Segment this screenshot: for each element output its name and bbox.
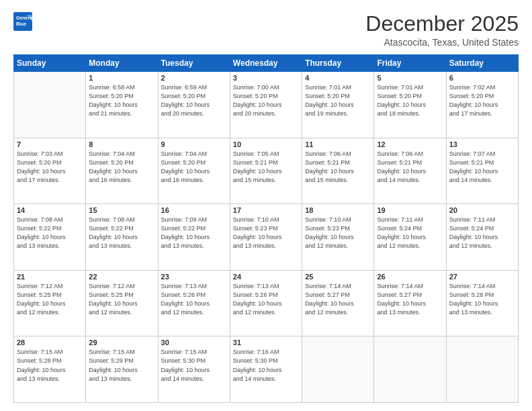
day-info: Sunrise: 7:05 AM Sunset: 5:21 PM Dayligh… <box>233 150 299 185</box>
day-info: Sunrise: 7:15 AM Sunset: 5:28 PM Dayligh… <box>17 348 83 383</box>
day-number: 13 <box>449 140 515 148</box>
weekday-header-sunday: Sunday <box>14 55 86 72</box>
day-info: Sunrise: 7:15 AM Sunset: 5:30 PM Dayligh… <box>161 348 227 383</box>
day-cell: 2Sunrise: 6:59 AM Sunset: 5:20 PM Daylig… <box>158 72 230 138</box>
day-info: Sunrise: 7:11 AM Sunset: 5:24 PM Dayligh… <box>449 216 515 250</box>
day-cell: 23Sunrise: 7:13 AM Sunset: 5:26 PM Dayli… <box>158 270 230 336</box>
week-row-1: 7Sunrise: 7:03 AM Sunset: 5:20 PM Daylig… <box>14 138 519 204</box>
day-cell: 31Sunrise: 7:16 AM Sunset: 5:30 PM Dayli… <box>230 336 302 403</box>
day-number: 17 <box>233 206 299 214</box>
day-number: 27 <box>449 273 515 281</box>
day-cell: 4Sunrise: 7:01 AM Sunset: 5:20 PM Daylig… <box>302 72 374 138</box>
day-info: Sunrise: 7:00 AM Sunset: 5:20 PM Dayligh… <box>233 83 299 118</box>
day-number: 16 <box>161 206 227 214</box>
day-cell: 21Sunrise: 7:12 AM Sunset: 5:25 PM Dayli… <box>14 270 86 336</box>
week-row-3: 21Sunrise: 7:12 AM Sunset: 5:25 PM Dayli… <box>14 270 519 336</box>
day-cell: 3Sunrise: 7:00 AM Sunset: 5:20 PM Daylig… <box>230 72 302 138</box>
day-cell: 26Sunrise: 7:14 AM Sunset: 5:27 PM Dayli… <box>374 270 446 336</box>
day-number: 3 <box>233 74 299 82</box>
day-number: 22 <box>89 273 154 281</box>
day-cell: 8Sunrise: 7:04 AM Sunset: 5:20 PM Daylig… <box>86 138 158 204</box>
day-info: Sunrise: 7:06 AM Sunset: 5:21 PM Dayligh… <box>377 150 443 185</box>
day-cell: 24Sunrise: 7:13 AM Sunset: 5:26 PM Dayli… <box>230 270 302 336</box>
day-number: 20 <box>449 206 515 214</box>
day-cell: 29Sunrise: 7:15 AM Sunset: 5:29 PM Dayli… <box>86 336 158 403</box>
title-block: December 2025 Atascocita, Texas, United … <box>365 12 519 48</box>
day-info: Sunrise: 7:16 AM Sunset: 5:30 PM Dayligh… <box>233 348 299 383</box>
day-info: Sunrise: 7:04 AM Sunset: 5:20 PM Dayligh… <box>161 150 227 185</box>
day-number: 8 <box>89 140 154 148</box>
day-cell: 19Sunrise: 7:11 AM Sunset: 5:24 PM Dayli… <box>374 204 446 271</box>
day-number: 26 <box>377 273 443 281</box>
weekday-header-thursday: Thursday <box>302 55 374 72</box>
day-cell: 27Sunrise: 7:14 AM Sunset: 5:28 PM Dayli… <box>446 270 518 336</box>
day-cell: 12Sunrise: 7:06 AM Sunset: 5:21 PM Dayli… <box>374 138 446 204</box>
day-number: 9 <box>161 140 227 148</box>
day-cell <box>14 72 86 138</box>
day-cell: 30Sunrise: 7:15 AM Sunset: 5:30 PM Dayli… <box>158 336 230 403</box>
weekday-header-row: SundayMondayTuesdayWednesdayThursdayFrid… <box>14 55 519 72</box>
day-cell: 10Sunrise: 7:05 AM Sunset: 5:21 PM Dayli… <box>230 138 302 204</box>
day-number: 23 <box>161 273 227 281</box>
day-cell: 25Sunrise: 7:14 AM Sunset: 5:27 PM Dayli… <box>302 270 374 336</box>
day-number: 24 <box>233 273 299 281</box>
day-number: 5 <box>377 74 443 82</box>
day-info: Sunrise: 7:13 AM Sunset: 5:26 PM Dayligh… <box>161 282 227 317</box>
day-cell: 22Sunrise: 7:12 AM Sunset: 5:25 PM Dayli… <box>86 270 158 336</box>
svg-text:General: General <box>16 15 34 20</box>
day-number: 29 <box>89 338 154 347</box>
day-info: Sunrise: 7:11 AM Sunset: 5:24 PM Dayligh… <box>377 216 443 250</box>
day-info: Sunrise: 7:12 AM Sunset: 5:25 PM Dayligh… <box>89 282 154 317</box>
day-cell: 18Sunrise: 7:10 AM Sunset: 5:23 PM Dayli… <box>302 204 374 271</box>
day-number: 19 <box>377 206 443 214</box>
weekday-header-tuesday: Tuesday <box>158 55 230 72</box>
day-number: 21 <box>17 273 83 281</box>
week-row-0: 1Sunrise: 6:58 AM Sunset: 5:20 PM Daylig… <box>14 72 519 138</box>
day-number: 12 <box>377 140 443 148</box>
day-number: 31 <box>233 338 299 347</box>
week-row-2: 14Sunrise: 7:08 AM Sunset: 5:22 PM Dayli… <box>14 204 519 271</box>
day-cell: 15Sunrise: 7:08 AM Sunset: 5:22 PM Dayli… <box>86 204 158 271</box>
day-info: Sunrise: 6:58 AM Sunset: 5:20 PM Dayligh… <box>89 83 154 118</box>
day-cell <box>374 336 446 403</box>
header: General Blue December 2025 Atascocita, T… <box>13 12 519 48</box>
day-info: Sunrise: 7:10 AM Sunset: 5:23 PM Dayligh… <box>233 216 299 250</box>
page: General Blue December 2025 Atascocita, T… <box>0 0 532 411</box>
day-cell: 7Sunrise: 7:03 AM Sunset: 5:20 PM Daylig… <box>14 138 86 204</box>
month-title: December 2025 <box>365 12 519 36</box>
weekday-header-saturday: Saturday <box>446 55 518 72</box>
day-number: 18 <box>305 206 371 214</box>
day-number: 2 <box>161 74 227 82</box>
day-info: Sunrise: 7:07 AM Sunset: 5:21 PM Dayligh… <box>449 150 515 185</box>
day-number: 7 <box>17 140 83 148</box>
day-number: 10 <box>233 140 299 148</box>
svg-text:Blue: Blue <box>16 21 26 26</box>
day-cell: 14Sunrise: 7:08 AM Sunset: 5:22 PM Dayli… <box>14 204 86 271</box>
day-info: Sunrise: 7:02 AM Sunset: 5:20 PM Dayligh… <box>449 83 515 118</box>
day-info: Sunrise: 7:15 AM Sunset: 5:29 PM Dayligh… <box>89 348 154 383</box>
day-info: Sunrise: 7:04 AM Sunset: 5:20 PM Dayligh… <box>89 150 154 185</box>
day-cell <box>446 336 518 403</box>
logo: General Blue <box>13 12 34 31</box>
day-info: Sunrise: 7:03 AM Sunset: 5:20 PM Dayligh… <box>17 150 83 185</box>
day-number: 28 <box>17 338 83 347</box>
day-cell: 17Sunrise: 7:10 AM Sunset: 5:23 PM Dayli… <box>230 204 302 271</box>
day-info: Sunrise: 7:10 AM Sunset: 5:23 PM Dayligh… <box>305 216 371 250</box>
day-info: Sunrise: 7:14 AM Sunset: 5:27 PM Dayligh… <box>305 282 371 317</box>
day-info: Sunrise: 7:01 AM Sunset: 5:20 PM Dayligh… <box>305 83 371 118</box>
day-number: 11 <box>305 140 371 148</box>
day-cell: 9Sunrise: 7:04 AM Sunset: 5:20 PM Daylig… <box>158 138 230 204</box>
day-info: Sunrise: 7:12 AM Sunset: 5:25 PM Dayligh… <box>17 282 83 317</box>
week-row-4: 28Sunrise: 7:15 AM Sunset: 5:28 PM Dayli… <box>14 336 519 403</box>
day-cell: 20Sunrise: 7:11 AM Sunset: 5:24 PM Dayli… <box>446 204 518 271</box>
logo-icon: General Blue <box>13 12 34 31</box>
day-cell: 28Sunrise: 7:15 AM Sunset: 5:28 PM Dayli… <box>14 336 86 403</box>
day-number: 4 <box>305 74 371 82</box>
day-number: 1 <box>89 74 154 82</box>
weekday-header-wednesday: Wednesday <box>230 55 302 72</box>
day-cell: 5Sunrise: 7:01 AM Sunset: 5:20 PM Daylig… <box>374 72 446 138</box>
day-cell: 13Sunrise: 7:07 AM Sunset: 5:21 PM Dayli… <box>446 138 518 204</box>
location: Atascocita, Texas, United States <box>365 37 519 48</box>
weekday-header-friday: Friday <box>374 55 446 72</box>
day-info: Sunrise: 7:09 AM Sunset: 5:22 PM Dayligh… <box>161 216 227 250</box>
